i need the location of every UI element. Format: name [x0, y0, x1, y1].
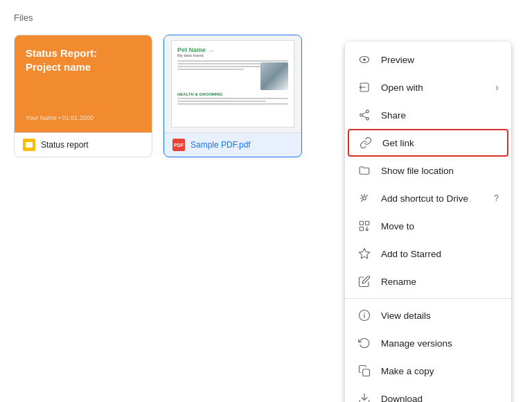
svg-line-5: [362, 112, 366, 114]
pdf-subtitle: My best friend: [177, 53, 288, 58]
svg-point-4: [366, 117, 369, 120]
menu-item-manage-versions[interactable]: Manage versions: [345, 329, 511, 357]
menu-item-make-copy[interactable]: Make a copy: [345, 357, 511, 385]
menu-item-add-starred[interactable]: Add to Starred: [345, 240, 511, 268]
share-icon: [357, 108, 371, 122]
thumb-status-bg: Status Report:Project name Your Name • 0…: [15, 35, 152, 132]
pdf-line-4: [177, 69, 244, 70]
link-icon: [359, 136, 373, 150]
menu-label-add-shortcut: Add shortcut to Drive: [381, 193, 484, 204]
shortcut-icon: [357, 191, 371, 205]
menu-item-open-with[interactable]: Open with ›: [345, 73, 511, 101]
slides-icon: [23, 139, 35, 151]
file-card-pdf[interactable]: Pet Name — My best friend HEALTH & GROOM…: [163, 35, 302, 157]
menu-item-move-to[interactable]: Move to: [345, 212, 511, 240]
menu-label-view-details: View details: [381, 311, 499, 321]
menu-item-download[interactable]: Download: [345, 385, 511, 402]
history-icon: [357, 336, 371, 350]
folder-icon: [357, 164, 371, 177]
pdf-line-5: [177, 98, 288, 99]
file-card-status-report[interactable]: Status Report:Project name Your Name • 0…: [14, 35, 152, 157]
open-with-arrow: ›: [495, 82, 499, 93]
menu-label-show-location: Show file location: [381, 166, 499, 176]
file-card-footer-status: Status report: [15, 132, 152, 157]
menu-label-rename: Rename: [381, 277, 499, 287]
info-icon: [357, 308, 371, 322]
context-menu: Preview Open with › Share Get link: [345, 42, 511, 402]
file-card-footer-pdf: PDF Sample PDF.pdf: [164, 132, 301, 157]
svg-rect-8: [360, 221, 363, 225]
copy-icon: [357, 364, 371, 378]
pdf-line-1: [177, 60, 288, 62]
menu-divider-1: [345, 298, 511, 299]
menu-item-view-details[interactable]: View details: [345, 302, 511, 329]
page-wrapper: Files Status Report:Project name Your Na…: [0, 0, 532, 402]
menu-label-preview: Preview: [381, 55, 499, 65]
header-title: Files: [14, 12, 33, 23]
file-thumb-pdf: Pet Name — My best friend HEALTH & GROOM…: [164, 35, 301, 132]
svg-rect-15: [363, 369, 370, 376]
svg-rect-9: [366, 221, 369, 225]
slides-icon-inner: [26, 142, 33, 148]
pdf-section-health: HEALTH & GROOMING: [177, 92, 288, 96]
pdf-line-6: [177, 101, 266, 102]
pdf-icon: PDF: [172, 139, 185, 151]
file-thumb-status: Status Report:Project name Your Name • 0…: [15, 35, 152, 132]
svg-point-3: [360, 114, 363, 116]
thumb-status-footer: Your Name • 01.01.2000: [26, 114, 141, 121]
menu-item-get-link[interactable]: Get link: [348, 129, 508, 157]
file-name-pdf: Sample PDF.pdf: [190, 140, 251, 150]
menu-label-move-to: Move to: [381, 221, 499, 231]
pdf-line-7: [177, 103, 288, 105]
eye-icon: [357, 53, 371, 67]
pdf-pet-name: Pet Name: [177, 46, 206, 53]
menu-item-preview[interactable]: Preview: [345, 46, 511, 73]
menu-label-share: Share: [381, 110, 499, 121]
pdf-dog-image: [260, 62, 288, 90]
help-icon: ?: [494, 193, 499, 203]
star-icon: [357, 247, 371, 261]
svg-marker-11: [360, 249, 370, 259]
open-with-icon: [357, 80, 371, 94]
svg-line-6: [362, 116, 366, 118]
thumb-pdf-bg: Pet Name — My best friend HEALTH & GROOM…: [164, 35, 301, 132]
rename-icon: [357, 274, 371, 288]
move-icon: [357, 219, 371, 233]
download-icon: [357, 392, 371, 402]
menu-item-add-shortcut[interactable]: Add shortcut to Drive ?: [345, 184, 511, 212]
menu-label-make-copy: Make a copy: [381, 366, 499, 376]
menu-item-share[interactable]: Share: [345, 101, 511, 129]
menu-label-download: Download: [381, 394, 499, 403]
svg-point-1: [363, 58, 366, 61]
menu-label-open-with: Open with: [381, 82, 486, 93]
menu-item-show-location[interactable]: Show file location: [345, 157, 511, 184]
svg-rect-10: [360, 227, 363, 231]
menu-label-manage-versions: Manage versions: [381, 338, 499, 349]
menu-label-get-link: Get link: [382, 138, 497, 148]
svg-point-2: [366, 110, 369, 113]
thumb-status-title: Status Report:Project name: [26, 46, 141, 73]
files-header: Files: [0, 0, 532, 29]
menu-label-add-starred: Add to Starred: [381, 249, 499, 259]
file-name-status: Status report: [41, 140, 89, 150]
pdf-line-2: [177, 63, 266, 64]
menu-item-rename[interactable]: Rename: [345, 268, 511, 295]
svg-point-7: [363, 197, 366, 200]
thumb-pdf-content: Pet Name — My best friend HEALTH & GROOM…: [171, 40, 294, 128]
